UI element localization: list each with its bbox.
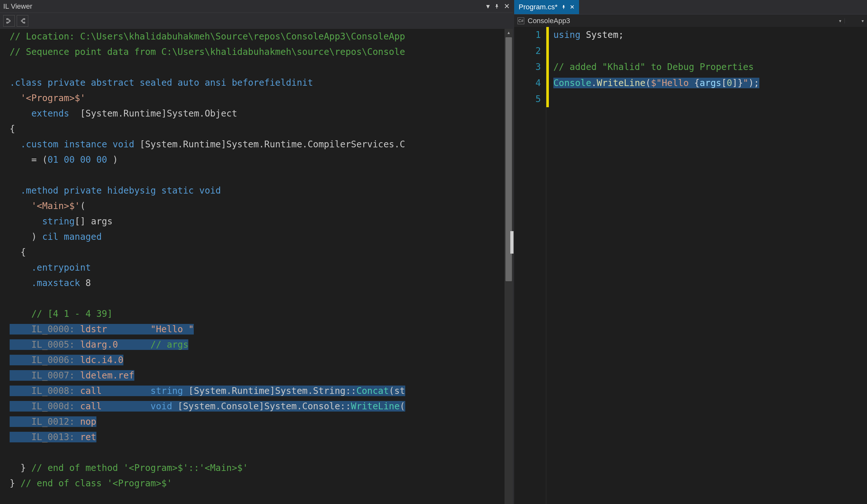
context-navigator: C# ConsoleApp3 ▾ ▾ — [514, 14, 867, 27]
il-line: // Sequence point data from C:\Users\kha… — [10, 46, 405, 57]
il-viewer-toolbar — [0, 13, 513, 29]
csharp-file-icon: C# — [517, 17, 524, 24]
context-project-label: ConsoleApp3 — [528, 17, 570, 25]
line-number: 3 — [514, 59, 541, 75]
line-number: 2 — [514, 43, 541, 59]
splitter-handle[interactable] — [510, 231, 514, 254]
il-nav-forward-button[interactable] — [17, 15, 28, 27]
il-code-editor[interactable]: // Location: C:\Users\khalidabuhakmeh\So… — [0, 29, 513, 504]
il-kw: .class — [10, 77, 42, 88]
context-project-dropdown[interactable]: ConsoleApp3 ▾ — [528, 17, 841, 25]
line-number-gutter: 1 2 3 4 5 — [514, 27, 546, 504]
source-editor-pane: Program.cs* ✕ C# ConsoleApp3 ▾ ▾ 1 2 3 4… — [514, 0, 867, 504]
svg-text:C#: C# — [518, 19, 524, 23]
tab-program-cs[interactable]: Program.cs* ✕ — [514, 0, 579, 14]
close-tab-icon[interactable]: ✕ — [570, 3, 575, 11]
modified-marker — [546, 91, 549, 107]
cs-code-editor[interactable]: 1 2 3 4 5 using System; // added "Khalid… — [514, 27, 867, 504]
line-number: 5 — [514, 91, 541, 107]
pin-tab-icon[interactable] — [561, 5, 566, 9]
modified-marker — [546, 27, 549, 43]
chevron-down-icon: ▾ — [861, 18, 864, 23]
tab-label: Program.cs* — [519, 3, 558, 11]
modified-marker — [546, 43, 549, 59]
pin-icon[interactable] — [494, 4, 499, 9]
il-nav-back-button[interactable] — [3, 15, 15, 27]
cs-code-content[interactable]: using System; // added "Khalid" to Debug… — [549, 27, 867, 504]
chevron-down-icon: ▾ — [839, 18, 841, 23]
il-scrollbar[interactable]: ▴ — [504, 29, 513, 504]
line-number: 4 — [514, 75, 541, 91]
close-icon[interactable]: ✕ — [504, 2, 510, 11]
il-viewer-title: IL Viewer — [3, 2, 32, 11]
modified-marker — [546, 59, 549, 75]
il-viewer-titlebar: IL Viewer ▾ ✕ — [0, 0, 513, 13]
window-position-icon[interactable]: ▾ — [486, 2, 490, 11]
line-number: 1 — [514, 27, 541, 43]
modified-marker — [546, 75, 549, 91]
editor-tab-bar: Program.cs* ✕ — [514, 0, 867, 14]
modification-bar — [546, 27, 549, 504]
il-viewer-pane: IL Viewer ▾ ✕ // Location: C:\Users\khal… — [0, 0, 514, 504]
scroll-up-icon[interactable]: ▴ — [507, 29, 511, 36]
il-line: // Location: C:\Users\khalidabuhakmeh\So… — [10, 31, 405, 42]
context-member-dropdown[interactable]: ▾ — [845, 18, 864, 23]
